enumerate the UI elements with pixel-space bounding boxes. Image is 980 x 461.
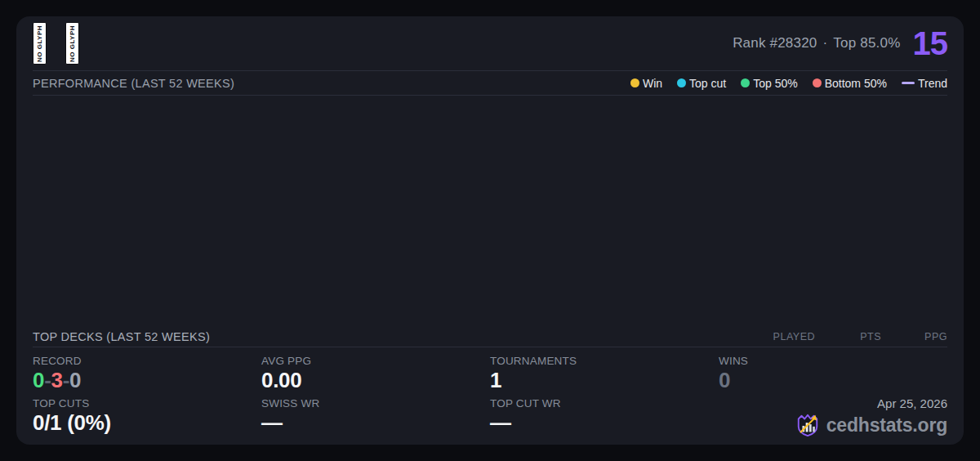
stat-label: TOURNAMENTS [490,355,719,368]
record-value: 0-3-0 [33,368,261,392]
no-glyph-badge-label: NO GLYPH [36,25,43,61]
column-header-pts: PTS [815,331,881,342]
rank-text: Rank #28320·Top 85.0% [733,35,900,51]
trend-line-icon [902,82,915,84]
stat-avg-ppg: AVG PPG 0.00 [261,355,490,392]
rank-number: Rank #28320 [733,35,817,51]
stat-label: AVG PPG [261,355,490,368]
brand-link[interactable]: cedhstats.org [795,413,947,437]
avg-ppg-value: 0.00 [261,368,490,392]
card-header: NO GLYPH NO GLYPH Rank #28320·Top 85.0% … [33,16,947,71]
column-header-ppg: PPG [881,331,947,342]
stat-record: RECORD 0-3-0 [33,355,261,392]
stat-label: RECORD [33,355,261,368]
top-cut-wr-value: — [490,410,719,435]
record-dash: - [44,368,51,392]
legend-label: Top 50% [753,77,797,90]
performance-title: PERFORMANCE (LAST 52 WEEKS) [33,77,234,90]
player-stats-card: NO GLYPH NO GLYPH Rank #28320·Top 85.0% … [16,16,964,445]
record-dash: - [63,368,69,392]
legend-item-top-cut: Top cut [677,77,726,90]
record-losses: 3 [51,368,63,392]
stat-label: TOP CUTS [33,397,261,410]
stat-top-cuts: TOP CUTS 0/1 (0%) [33,397,261,441]
stat-top-cut-wr: TOP CUT WR — [490,397,719,441]
tournaments-value: 1 [490,368,719,392]
performance-header-row: PERFORMANCE (LAST 52 WEEKS) Win Top cut … [33,71,947,96]
stat-tournaments: TOURNAMENTS 1 [490,355,719,392]
rank-separator-dot: · [822,35,827,51]
top-decks-title: TOP DECKS (LAST 52 WEEKS) [33,330,210,343]
legend-label: Win [643,77,662,90]
color-identity-badges: NO GLYPH NO GLYPH [33,22,79,65]
stat-label: TOP CUT WR [490,397,719,410]
bottom-50-dot-icon [813,78,822,87]
legend-item-bottom-50: Bottom 50% [813,77,887,90]
legend-label: Top cut [689,77,726,90]
no-glyph-badge-2: NO GLYPH [65,22,79,65]
top-cut-dot-icon [677,78,686,87]
performance-chart-area [33,96,947,327]
stat-wins: WINS 0 [719,355,947,392]
points-value: 15 [913,27,948,60]
stat-label: WINS [719,355,947,368]
no-glyph-badge-1: NO GLYPH [33,22,47,65]
no-glyph-badge-label: NO GLYPH [69,25,76,61]
legend-item-win: Win [630,77,662,90]
swiss-wr-value: — [261,410,490,435]
legend-item-top-50: Top 50% [741,77,797,90]
record-wins: 0 [33,368,44,392]
cedhstats-shield-logo-icon [795,413,820,437]
top-decks-header-row: TOP DECKS (LAST 52 WEEKS) PLAYED PTS PPG [33,327,947,347]
wins-value: 0 [719,368,947,392]
card-date: Apr 25, 2026 [719,397,947,410]
top-50-dot-icon [741,78,750,87]
stat-label: SWISS WR [261,397,490,410]
brand-name: cedhstats.org [826,413,947,437]
stats-grid: RECORD 0-3-0 AVG PPG 0.00 TOURNAMENTS 1 … [33,347,947,445]
legend-item-trend: Trend [902,77,947,90]
record-draws: 0 [69,368,81,392]
stat-swiss-wr: SWISS WR — [261,397,490,441]
top-cuts-value: 0/1 (0%) [33,410,261,435]
win-dot-icon [630,78,639,87]
column-header-played: PLAYED [749,331,815,342]
footer-branding: Apr 25, 2026 cedhstats.org [719,397,947,441]
rank-summary: Rank #28320·Top 85.0% 15 [733,27,947,60]
chart-legend: Win Top cut Top 50% Bottom 50% Trend [630,77,947,90]
top-percent: Top 85.0% [833,35,900,51]
legend-label: Trend [918,77,947,90]
legend-label: Bottom 50% [825,77,887,90]
top-decks-column-headers: PLAYED PTS PPG [749,331,947,342]
